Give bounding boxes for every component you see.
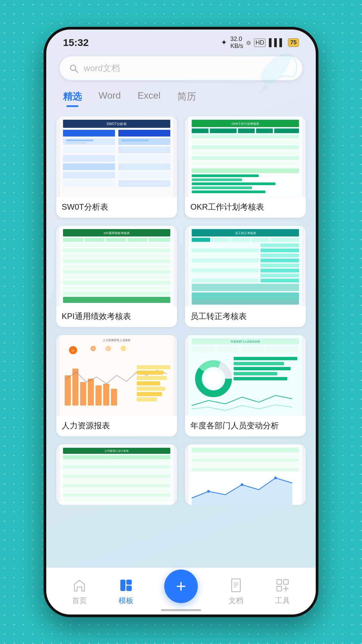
nav-fab[interactable]: + bbox=[164, 580, 198, 603]
svg-rect-54 bbox=[63, 259, 170, 263]
svg-rect-86 bbox=[192, 284, 299, 291]
svg-rect-20 bbox=[66, 142, 86, 144]
svg-rect-48 bbox=[106, 238, 126, 242]
svg-rect-39 bbox=[192, 178, 242, 181]
svg-text:81: 81 bbox=[72, 350, 74, 352]
svg-rect-138 bbox=[63, 484, 170, 487]
card-preview-kpi: KPI通用绩效考核表 bbox=[56, 226, 177, 306]
tab-resume[interactable]: 简历 bbox=[177, 90, 196, 107]
template-card-payroll[interactable]: 公司薪资汇总计算表 bbox=[56, 444, 177, 505]
svg-rect-73 bbox=[260, 249, 299, 252]
svg-rect-66 bbox=[212, 238, 230, 242]
svg-rect-28 bbox=[238, 128, 255, 133]
svg-rect-103 bbox=[96, 385, 102, 406]
svg-rect-40 bbox=[192, 182, 276, 185]
svg-rect-104 bbox=[103, 384, 109, 406]
card-preview-okr: OKR工作计划考核表 bbox=[185, 116, 306, 197]
svg-text:SWOT分析表: SWOT分析表 bbox=[107, 122, 127, 126]
card-preview-payroll: 公司薪资汇总计算表 bbox=[56, 444, 177, 505]
svg-point-151 bbox=[274, 477, 277, 479]
svg-text:OKR工作计划考核表: OKR工作计划考核表 bbox=[232, 122, 259, 125]
svg-text:年度各部门人员变动分析: 年度各部门人员变动分析 bbox=[231, 340, 260, 343]
svg-rect-65 bbox=[192, 238, 210, 242]
template-card-kpi[interactable]: KPI通用绩效考核表 bbox=[56, 226, 177, 327]
card-title-kpi: KPI通用绩效考核表 bbox=[56, 306, 177, 327]
template-card-dept[interactable]: 年度各部门人员变动分析 bbox=[185, 335, 306, 436]
svg-rect-7 bbox=[63, 138, 115, 145]
svg-rect-36 bbox=[192, 161, 299, 165]
nav-home[interactable]: 首页 bbox=[71, 577, 88, 606]
status-time: 15:32 bbox=[63, 37, 89, 48]
svg-rect-161 bbox=[284, 580, 288, 584]
svg-rect-56 bbox=[63, 270, 170, 274]
phone-frame: 15:32 ✦ 32.0KB/s ⌾ HD ▌▌▌ 75 word文档 bbox=[44, 27, 318, 617]
nav-tools[interactable]: 工具 bbox=[274, 577, 291, 606]
svg-rect-79 bbox=[260, 264, 299, 267]
svg-text:员工转正考核表: 员工转正考核表 bbox=[235, 231, 256, 235]
svg-text:KPI通用绩效考核表: KPI通用绩效考核表 bbox=[104, 231, 130, 235]
svg-rect-14 bbox=[118, 163, 170, 170]
card-title-swot: SW0T分析表 bbox=[56, 197, 177, 218]
svg-rect-112 bbox=[137, 397, 157, 401]
nav-doc[interactable]: 文档 bbox=[228, 577, 244, 606]
bluetooth-icon: ✦ bbox=[221, 38, 227, 47]
svg-rect-11 bbox=[63, 155, 115, 162]
svg-rect-16 bbox=[118, 172, 170, 178]
svg-rect-132 bbox=[63, 455, 170, 459]
svg-point-149 bbox=[207, 490, 210, 493]
template-card-okr[interactable]: OKR工作计划考核表 bbox=[185, 116, 306, 218]
svg-rect-52 bbox=[63, 249, 170, 253]
svg-rect-139 bbox=[63, 489, 170, 492]
signal-icon: ▌▌▌ bbox=[269, 38, 285, 47]
svg-rect-108 bbox=[137, 376, 167, 380]
svg-rect-107 bbox=[137, 371, 164, 375]
template-card-finance[interactable] bbox=[185, 444, 306, 505]
svg-rect-34 bbox=[192, 151, 299, 155]
svg-rect-12 bbox=[118, 155, 170, 162]
svg-rect-81 bbox=[260, 269, 299, 272]
bird-watermark bbox=[245, 46, 306, 100]
svg-rect-162 bbox=[277, 586, 282, 591]
card-title-okr: OKR工作计划考核表 bbox=[185, 197, 306, 218]
svg-text:34: 34 bbox=[92, 348, 95, 350]
svg-rect-27 bbox=[210, 128, 237, 133]
svg-point-123 bbox=[205, 370, 222, 387]
svg-rect-160 bbox=[277, 580, 282, 584]
tab-featured[interactable]: 精选 bbox=[63, 90, 82, 107]
template-card-emp[interactable]: 员工转正考核表 bbox=[185, 226, 306, 327]
nav-template[interactable]: 模板 bbox=[118, 577, 134, 606]
card-preview-finance bbox=[185, 444, 306, 505]
svg-rect-55 bbox=[63, 265, 170, 269]
svg-rect-143 bbox=[192, 448, 299, 452]
tab-excel[interactable]: Excel bbox=[137, 90, 160, 107]
svg-rect-37 bbox=[192, 168, 299, 173]
hd-icon: HD bbox=[254, 39, 265, 47]
svg-rect-51 bbox=[63, 243, 170, 247]
svg-rect-31 bbox=[192, 135, 299, 139]
svg-text:24: 24 bbox=[122, 348, 125, 350]
svg-rect-84 bbox=[192, 279, 259, 282]
svg-rect-50 bbox=[149, 238, 170, 242]
svg-rect-153 bbox=[120, 580, 125, 591]
svg-rect-61 bbox=[63, 297, 170, 303]
tab-word[interactable]: Word bbox=[99, 90, 121, 107]
svg-rect-147 bbox=[192, 468, 299, 471]
svg-text:公司薪资汇总计算表: 公司薪资汇总计算表 bbox=[105, 449, 129, 452]
svg-rect-155 bbox=[126, 586, 132, 591]
svg-rect-22 bbox=[122, 142, 138, 144]
fab-button[interactable]: + bbox=[164, 570, 198, 603]
template-card-hr[interactable]: 人力资源管理-人员报表 81 34 21 24 bbox=[56, 335, 177, 436]
svg-rect-59 bbox=[63, 286, 170, 290]
svg-rect-69 bbox=[271, 238, 299, 242]
battery-indicator: 75 bbox=[288, 38, 299, 47]
svg-rect-127 bbox=[234, 372, 277, 375]
template-card-swot[interactable]: SWOT分析表 bbox=[56, 116, 177, 218]
card-title-dept: 年度各部门人员变动分析 bbox=[185, 416, 306, 436]
svg-rect-135 bbox=[63, 470, 170, 473]
svg-rect-85 bbox=[260, 279, 299, 282]
svg-rect-126 bbox=[234, 367, 291, 370]
template-grid: SWOT分析表 bbox=[46, 116, 316, 505]
svg-rect-33 bbox=[192, 145, 299, 149]
svg-rect-125 bbox=[234, 362, 284, 365]
svg-rect-46 bbox=[63, 238, 83, 242]
